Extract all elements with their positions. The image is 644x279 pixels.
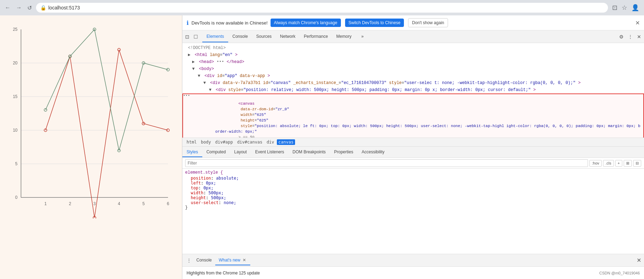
device-toolbar-button[interactable]: ☐ xyxy=(192,33,200,41)
add-style-rule-button[interactable]: + xyxy=(615,160,622,167)
whats-new-close-button[interactable]: ✕ xyxy=(242,258,247,263)
sub-tab-accessibility[interactable]: Accessibility xyxy=(357,147,388,157)
style-selector: element.style { xyxy=(185,170,641,175)
bottom-tab-whats-new[interactable]: What's new ✕ xyxy=(215,256,250,265)
tab-performance[interactable]: Performance xyxy=(300,31,332,42)
style-prop-user-select[interactable]: user-select: none; xyxy=(185,200,641,205)
devtools-icon-buttons: ⊡ ☐ xyxy=(184,33,200,41)
dont-show-again-button[interactable]: Don't show again xyxy=(408,18,448,27)
banner-close-button[interactable]: ✕ xyxy=(635,20,640,26)
tab-network[interactable]: Network xyxy=(276,31,300,42)
bottom-content-text: Highlights from the Chrome 125 update xyxy=(187,271,260,275)
chart-area: 0 5 10 15 20 25 1 2 3 4 5 6 xyxy=(0,15,182,279)
svg-text:5: 5 xyxy=(15,161,18,166)
info-icon: ℹ xyxy=(187,20,189,26)
svg-text:5: 5 xyxy=(142,201,145,206)
tab-more[interactable]: » xyxy=(357,31,368,42)
dom-doctype[interactable]: <!DOCTYPE html> xyxy=(182,44,644,51)
breadcrumb-html[interactable]: html xyxy=(185,139,198,145)
tab-elements[interactable]: Elements xyxy=(202,31,228,42)
svg-text:1: 1 xyxy=(44,201,47,206)
svg-text:0: 0 xyxy=(15,195,18,200)
whats-new-tab-label: What's new xyxy=(219,258,240,263)
svg-text:10: 10 xyxy=(13,128,18,133)
bottom-tab-bar: ⋮ Console What's new ✕ ✕ xyxy=(182,254,644,266)
style-prop-height[interactable]: height: 500px; xyxy=(185,195,641,200)
new-style-rule-button[interactable]: ⊞ xyxy=(624,160,632,167)
style-rule-element: element.style { position: absolute; left… xyxy=(185,170,641,210)
tab-memory[interactable]: Memory xyxy=(332,31,356,42)
main-area: 0 5 10 15 20 25 1 2 3 4 5 6 xyxy=(0,15,644,279)
browser-actions: ⊡ ☆ 👤 xyxy=(611,2,640,13)
dom-div-canvas[interactable]: ▼ <div data-v-7a7a37b1 id="canvas" _echa… xyxy=(182,79,644,86)
dom-body[interactable]: ▼ <body> xyxy=(182,65,644,72)
breadcrumb-body[interactable]: body xyxy=(200,139,212,145)
always-match-button[interactable]: Always match Chrome's language xyxy=(271,19,341,27)
styles-filter-bar: :hov .cls + ⊞ ⊟ xyxy=(182,158,644,169)
dom-dots[interactable]: ••• xyxy=(183,93,190,98)
sub-tab-properties[interactable]: Properties xyxy=(330,147,358,157)
bookmark-button[interactable]: ☆ xyxy=(620,2,629,13)
svg-rect-0 xyxy=(21,29,168,197)
bottom-content-bar: Highlights from the Chrome 125 update CS… xyxy=(182,266,644,279)
svg-text:6: 6 xyxy=(167,201,169,206)
browser-toolbar: ← → ↺ 🔒 localhost:5173 ⊡ ☆ 👤 xyxy=(0,0,644,15)
tab-console[interactable]: Console xyxy=(228,31,252,42)
reload-button[interactable]: ↺ xyxy=(26,3,33,13)
bottom-panel-close-button[interactable]: ✕ xyxy=(637,257,641,264)
address-bar[interactable]: 🔒 localhost:5173 xyxy=(36,3,608,13)
settings-button[interactable]: ⚙ xyxy=(618,33,625,41)
styles-filter-input[interactable] xyxy=(185,159,588,167)
dom-html[interactable]: ▶ <html lang="en" > xyxy=(182,51,644,58)
breadcrumb-div-app[interactable]: div#app xyxy=(214,139,234,145)
svg-text:2: 2 xyxy=(69,201,71,206)
forward-button[interactable]: → xyxy=(15,3,23,12)
dom-canvas-selected[interactable]: ••• <canvas data-zr-dom-id="zr_0" width=… xyxy=(182,93,644,138)
profile-button[interactable]: 👤 xyxy=(630,2,640,13)
svg-text:15: 15 xyxy=(13,94,18,99)
devtools-settings-buttons: ⚙ ⋮ ✕ xyxy=(618,33,643,41)
tab-sources[interactable]: Sources xyxy=(252,31,276,42)
console-tab-label: Console xyxy=(196,258,212,263)
dom-tree-panel: <!DOCTYPE html> ▶ <html lang="en" > ▶ <h… xyxy=(182,43,644,138)
devtools-panel-close-button[interactable]: ✕ xyxy=(636,33,643,41)
sub-tab-computed[interactable]: Computed xyxy=(202,147,230,157)
breadcrumb-div-canvas[interactable]: div#canvas xyxy=(236,139,264,145)
dom-breadcrumb: html body div#app div#canvas div canvas xyxy=(182,138,644,147)
chart-svg: 0 5 10 15 20 25 1 2 3 4 5 6 xyxy=(7,22,175,218)
cls-button[interactable]: .cls xyxy=(603,160,614,167)
inspect-element-button[interactable]: ⊡ xyxy=(184,33,191,41)
switch-devtools-button[interactable]: Switch DevTools to Chinese xyxy=(345,19,404,27)
bottom-content-link: CSDN @m0_74019046 xyxy=(599,271,640,275)
back-button[interactable]: ← xyxy=(4,3,12,12)
banner-message: DevTools is now available in Chinese! xyxy=(191,20,268,26)
cast-button[interactable]: ⊡ xyxy=(611,2,619,13)
hov-button[interactable]: :hov xyxy=(589,160,602,167)
styles-panel: element.style { position: absolute; left… xyxy=(182,169,644,254)
breadcrumb-canvas[interactable]: canvas xyxy=(277,139,295,145)
style-prop-width[interactable]: width: 500px; xyxy=(185,190,641,195)
devtools-panel: ℹ DevTools is now available in Chinese! … xyxy=(182,15,644,279)
sub-tab-dom-breakpoints[interactable]: DOM Breakpoints xyxy=(288,147,330,157)
toggle-button[interactable]: ⊟ xyxy=(633,160,641,167)
sub-tab-event-listeners[interactable]: Event Listeners xyxy=(251,147,288,157)
bottom-tab-console[interactable]: Console xyxy=(193,256,215,265)
devtools-menu-button[interactable]: ⋮ xyxy=(626,33,634,41)
style-close-brace: } xyxy=(185,205,641,210)
styles-sub-tabs: Styles Computed Layout Event Listeners D… xyxy=(182,147,644,158)
svg-text:4: 4 xyxy=(118,201,120,206)
style-prop-top[interactable]: top: 0px; xyxy=(185,186,641,190)
svg-text:25: 25 xyxy=(13,27,18,32)
sub-tab-layout[interactable]: Layout xyxy=(230,147,251,157)
svg-text:20: 20 xyxy=(13,61,18,65)
dom-head[interactable]: ▶ <head> ••• </head> xyxy=(182,58,644,65)
style-prop-left[interactable]: left: 0px; xyxy=(185,181,641,186)
breadcrumb-div[interactable]: div xyxy=(265,139,276,145)
svg-text:3: 3 xyxy=(93,201,96,206)
style-prop-position[interactable]: position: absolute; xyxy=(185,176,641,181)
devtools-banner: ℹ DevTools is now available in Chinese! … xyxy=(182,15,644,30)
sub-tab-styles[interactable]: Styles xyxy=(182,147,202,157)
bottom-more-button[interactable]: ⋮ xyxy=(185,257,193,264)
dom-div-app[interactable]: ▼ <div id="app" data-v-app > xyxy=(182,72,644,79)
dom-div-style[interactable]: ▼ <div style="position: relative; width:… xyxy=(182,86,644,93)
